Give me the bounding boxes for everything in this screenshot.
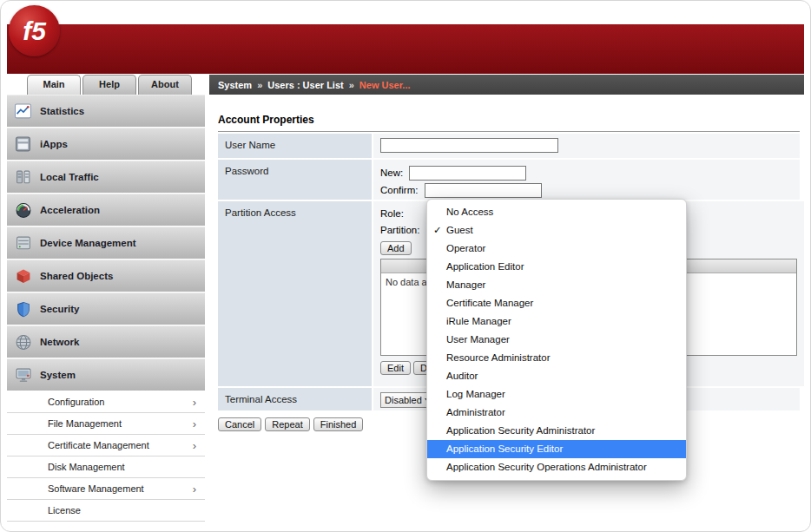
role-menu-item[interactable]: Resource Administrator xyxy=(427,349,686,367)
device-management-icon xyxy=(13,235,34,252)
password-new-label: New: xyxy=(380,167,403,178)
sidebar-subitem-label: License xyxy=(48,505,81,516)
sidebar-subitem-configuration[interactable]: Configuration › xyxy=(7,391,205,413)
sidebar-item-label: Statistics xyxy=(40,106,84,116)
sidebar-subitem-label: Certificate Management xyxy=(48,440,149,450)
form-footer-buttons: Cancel Repeat Finished xyxy=(218,417,363,431)
sidebar-item-label: Network xyxy=(40,337,79,347)
account-properties-title: Account Properties xyxy=(218,114,800,132)
sidebar-item-system[interactable]: System xyxy=(7,358,205,391)
role-menu-item[interactable]: No Access xyxy=(427,203,686,221)
submenu-arrow-icon: › xyxy=(193,435,196,456)
app-window: f5 Main Help About System » Users : User… xyxy=(0,0,811,532)
password-row: Password New: Confirm: xyxy=(218,160,800,200)
repeat-button[interactable]: Repeat xyxy=(265,417,309,431)
shared-objects-icon xyxy=(13,268,34,285)
sidebar-item-label: Acceleration xyxy=(40,205,100,215)
user-name-row: User Name xyxy=(218,134,800,158)
role-menu-item[interactable]: iRule Manager xyxy=(427,312,686,331)
role-menu-item[interactable]: User Manager xyxy=(427,331,686,349)
edit-button[interactable]: Edit xyxy=(380,361,411,375)
sidebar-subitem-label: Software Management xyxy=(48,483,144,494)
f5-logo-text: f5 xyxy=(23,16,46,46)
sidebar-subitem-software-management[interactable]: Software Management › xyxy=(7,478,205,500)
cancel-button[interactable]: Cancel xyxy=(218,417,261,431)
user-name-label: User Name xyxy=(218,134,372,158)
sidebar: Statistics iApps Local Traffic Accelerat… xyxy=(7,95,205,528)
sidebar-item-statistics[interactable]: Statistics xyxy=(7,95,205,127)
acceleration-icon xyxy=(13,202,34,219)
submenu-arrow-icon: › xyxy=(193,413,196,435)
role-menu-item[interactable]: Application Security Administrator xyxy=(427,422,686,440)
finished-button[interactable]: Finished xyxy=(313,417,364,431)
breadcrumb-users-user-list[interactable]: Users : User List xyxy=(267,80,343,90)
network-icon xyxy=(13,334,34,351)
top-tabs: Main Help About xyxy=(27,75,192,95)
sidebar-item-label: System xyxy=(40,370,76,380)
breadcrumb: System » Users : User List » New User... xyxy=(209,75,804,95)
security-shield-icon xyxy=(13,301,34,318)
role-menu-item[interactable]: Administrator xyxy=(427,404,686,422)
role-menu-item[interactable]: Certificate Manager xyxy=(427,294,686,312)
breadcrumb-separator-icon: » xyxy=(257,80,262,90)
iapps-icon xyxy=(13,136,34,153)
role-menu-item[interactable]: Log Manager xyxy=(427,385,686,404)
password-label: Password xyxy=(218,160,372,200)
sidebar-item-network[interactable]: Network xyxy=(7,325,205,358)
sidebar-item-security[interactable]: Security xyxy=(7,292,205,325)
sidebar-subitem-disk-management[interactable]: Disk Management xyxy=(7,456,205,478)
sidebar-item-acceleration[interactable]: Acceleration xyxy=(7,194,205,226)
sidebar-item-label: Shared Objects xyxy=(40,271,113,281)
role-menu-item[interactable]: ✓ Guest xyxy=(427,221,686,240)
header-bar xyxy=(7,24,804,74)
breadcrumb-separator-icon: » xyxy=(349,80,354,90)
partition-access-label: Partition Access xyxy=(218,201,372,386)
checkmark-icon: ✓ xyxy=(433,221,442,240)
role-menu-item[interactable]: Application Security Operations Administ… xyxy=(427,458,686,476)
sidebar-subitem-label: Configuration xyxy=(48,397,104,407)
role-menu-item[interactable]: Operator xyxy=(427,240,686,258)
sidebar-subitem-label: Disk Management xyxy=(48,462,125,472)
role-menu-item[interactable]: Manager xyxy=(427,276,686,294)
password-confirm-label: Confirm: xyxy=(380,185,418,195)
password-confirm-input[interactable] xyxy=(425,183,542,198)
tab-about[interactable]: About xyxy=(138,75,192,95)
sidebar-subitem-label: File Management xyxy=(48,418,122,429)
sidebar-subitem-certificate-management[interactable]: Certificate Management › xyxy=(7,435,205,456)
system-icon xyxy=(13,367,34,384)
sidebar-item-iapps[interactable]: iApps xyxy=(7,128,205,160)
role-menu-item-label: Guest xyxy=(446,225,473,235)
local-traffic-icon xyxy=(13,169,34,186)
sidebar-item-device-management[interactable]: Device Management xyxy=(7,227,205,259)
add-button[interactable]: Add xyxy=(380,241,412,255)
breadcrumb-system[interactable]: System xyxy=(218,80,252,90)
role-menu-item-highlighted[interactable]: Application Security Editor xyxy=(427,440,686,458)
sidebar-item-label: Device Management xyxy=(40,238,136,248)
submenu-arrow-icon: › xyxy=(193,391,196,413)
sidebar-item-local-traffic[interactable]: Local Traffic xyxy=(7,161,205,193)
terminal-access-value: Disabled xyxy=(385,395,422,405)
user-name-input[interactable] xyxy=(380,138,558,153)
breadcrumb-current-page: New User... xyxy=(359,80,411,90)
sidebar-item-shared-objects[interactable]: Shared Objects xyxy=(7,259,205,292)
password-new-input[interactable] xyxy=(409,166,526,181)
statistics-icon xyxy=(13,103,34,120)
terminal-access-label: Terminal Access xyxy=(218,388,372,410)
role-dropdown-menu: No Access ✓ Guest Operator Application E… xyxy=(426,199,687,481)
f5-logo: f5 xyxy=(9,5,60,56)
sidebar-subitem-license[interactable]: License xyxy=(7,500,205,522)
sidebar-item-label: iApps xyxy=(40,139,68,149)
tab-help[interactable]: Help xyxy=(82,75,136,95)
role-menu-item[interactable]: Application Editor xyxy=(427,258,686,276)
sidebar-subitem-file-management[interactable]: File Management › xyxy=(7,413,205,435)
tab-main[interactable]: Main xyxy=(27,75,81,95)
sidebar-item-label: Local Traffic xyxy=(40,172,99,182)
submenu-arrow-icon: › xyxy=(193,478,196,500)
sidebar-item-label: Security xyxy=(40,304,79,314)
role-menu-item[interactable]: Auditor xyxy=(427,367,686,385)
